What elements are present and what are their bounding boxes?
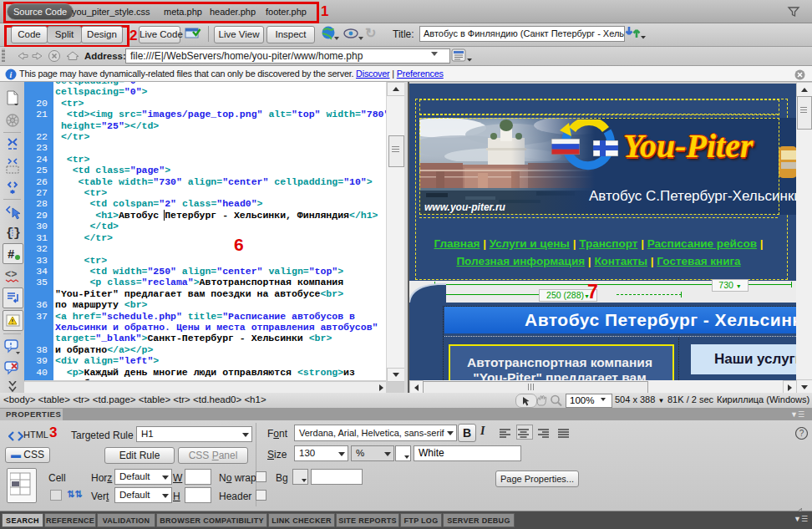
svg-text:?: ? bbox=[799, 429, 804, 438]
svg-text:i: i bbox=[10, 70, 13, 79]
svg-text:#: # bbox=[8, 248, 14, 262]
svg-text:<>: <> bbox=[5, 269, 17, 281]
